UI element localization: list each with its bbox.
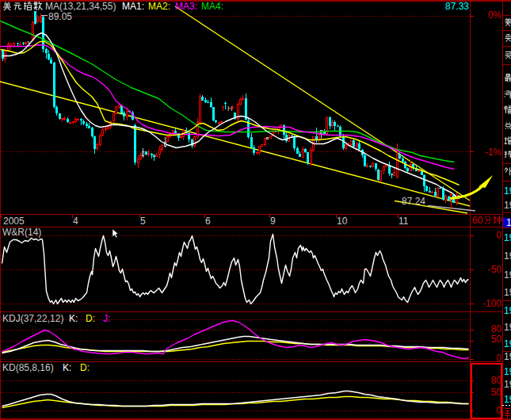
svg-text:80: 80 bbox=[491, 323, 502, 334]
svg-text:19: 19 bbox=[504, 185, 511, 197]
svg-text:D:: D: bbox=[80, 362, 90, 373]
svg-text:89.05: 89.05 bbox=[48, 11, 72, 22]
svg-text:19: 19 bbox=[504, 379, 511, 390]
svg-text:10: 10 bbox=[337, 216, 348, 227]
svg-text:50: 50 bbox=[491, 334, 502, 345]
svg-text:MA4:: MA4: bbox=[201, 1, 223, 12]
svg-text:0: 0 bbox=[496, 405, 501, 416]
svg-text:5: 5 bbox=[140, 216, 146, 227]
svg-text:19: 19 bbox=[504, 287, 511, 298]
svg-text:87.33: 87.33 bbox=[445, 1, 469, 12]
svg-text:19: 19 bbox=[504, 305, 511, 316]
svg-text:KDJ(37,22,12): KDJ(37,22,12) bbox=[2, 313, 63, 324]
svg-text:0%: 0% bbox=[488, 10, 502, 21]
svg-text:MA1:: MA1: bbox=[122, 1, 144, 12]
svg-text:19: 19 bbox=[504, 232, 511, 243]
svg-text:K:: K: bbox=[63, 362, 71, 373]
svg-text:MA(13,21,34,55): MA(13,21,34,55) bbox=[45, 1, 116, 12]
svg-text:J:: J: bbox=[103, 313, 110, 324]
svg-text:87.24: 87.24 bbox=[402, 196, 425, 207]
svg-text:2005: 2005 bbox=[3, 216, 25, 227]
svg-text:-1%: -1% bbox=[485, 147, 502, 158]
svg-text:19: 19 bbox=[504, 269, 511, 281]
svg-text:19: 19 bbox=[504, 338, 511, 349]
svg-text:MA3:: MA3: bbox=[175, 1, 197, 12]
svg-text:W&R(14): W&R(14) bbox=[2, 227, 41, 238]
svg-text:80: 80 bbox=[491, 375, 502, 386]
svg-text:0: 0 bbox=[496, 353, 501, 364]
svg-text:4: 4 bbox=[73, 216, 78, 227]
svg-text:6: 6 bbox=[205, 216, 211, 227]
svg-text:19: 19 bbox=[504, 250, 511, 262]
svg-text:0: 0 bbox=[496, 230, 501, 241]
svg-text:1: 1 bbox=[506, 217, 511, 228]
svg-text:KD(85,8,16): KD(85,8,16) bbox=[2, 362, 54, 373]
svg-text:11: 11 bbox=[399, 216, 409, 227]
svg-text:19: 19 bbox=[504, 200, 511, 211]
svg-text:19: 19 bbox=[504, 394, 511, 405]
svg-text:-50: -50 bbox=[488, 264, 502, 275]
svg-text:60: 60 bbox=[472, 215, 483, 226]
svg-text:19: 19 bbox=[504, 366, 511, 377]
svg-text:D:: D: bbox=[86, 313, 95, 324]
svg-text:19: 19 bbox=[504, 322, 511, 333]
svg-text:19: 19 bbox=[504, 351, 511, 362]
svg-text:9: 9 bbox=[270, 216, 276, 227]
svg-text:-100: -100 bbox=[482, 298, 501, 309]
svg-text:1: 1 bbox=[27, 40, 31, 48]
svg-text:K:: K: bbox=[69, 313, 78, 324]
svg-text:MA2:: MA2: bbox=[148, 1, 170, 12]
svg-text:50: 50 bbox=[491, 387, 502, 398]
svg-text:H: H bbox=[227, 105, 233, 113]
